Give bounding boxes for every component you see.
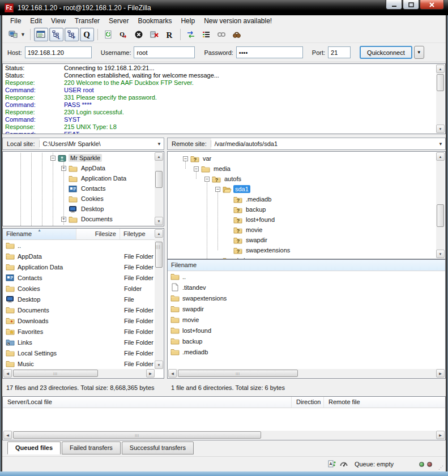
quickconnect-button[interactable]: Quickconnect <box>360 46 412 59</box>
remote-site-path-combobox[interactable]: /var/media/autofs/sda1 <box>211 138 436 149</box>
username-input[interactable] <box>134 46 195 58</box>
scroll-down-icon[interactable]: ▼ <box>155 217 163 225</box>
scroll-right-icon[interactable]: ▶ <box>436 431 445 439</box>
remote-list-hscroll-thumb[interactable]: ||| <box>178 370 298 377</box>
file-row-mediadb[interactable]: .mediadb <box>168 346 445 357</box>
tree-collapse-icon[interactable]: − <box>194 166 199 171</box>
cancel-button[interactable] <box>132 28 146 41</box>
log-scrollbar-thumb[interactable] <box>437 74 444 91</box>
reconnect-button[interactable]: R <box>163 28 177 41</box>
quickconnect-dropdown-button[interactable]: ▼ <box>414 46 424 59</box>
port-input[interactable] <box>328 46 351 58</box>
file-row-swapdir[interactable]: swapdir <box>168 303 445 314</box>
file-row-[interactable]: .. <box>168 271 445 282</box>
tree-node-sda1[interactable]: −sda1 <box>168 184 445 194</box>
tree-node-lost-found[interactable]: ?lost+found <box>168 215 445 225</box>
site-manager-button[interactable] <box>6 28 20 41</box>
scroll-up-icon[interactable]: ▲ <box>436 152 445 161</box>
tree-node-var[interactable]: −?var <box>168 153 445 164</box>
dropdown-caret-icon[interactable]: ▼ <box>20 32 25 37</box>
file-row-music[interactable]: MusicFile Folder <box>3 358 164 369</box>
tab-failed-transfers[interactable]: Failed transfers <box>62 441 121 454</box>
file-row-desktop[interactable]: DesktopFile <box>3 294 164 305</box>
scroll-left-icon[interactable]: ◀ <box>3 369 12 378</box>
scroll-right-icon[interactable]: ▶ <box>146 369 155 378</box>
tree-collapse-icon[interactable]: − <box>215 187 220 192</box>
column-header-remote-file[interactable]: Remote file <box>324 397 445 408</box>
transfer-type-icon[interactable]: A <box>327 460 336 469</box>
file-row-lost-found[interactable]: lost+found <box>168 325 445 336</box>
toggle-remote-tree-button[interactable]: F <box>65 28 79 41</box>
refresh-button[interactable] <box>101 28 116 41</box>
scroll-right-icon[interactable]: ▶ <box>436 369 445 378</box>
remote-tree-vertical-scrollbar[interactable]: ▲ ▼ <box>436 152 445 258</box>
tree-node-autofs[interactable]: −?autofs <box>168 174 445 184</box>
tab-queued-files[interactable]: Queued files <box>7 441 61 454</box>
tree-node-mr-sparkle[interactable]: −Mr Sparkle <box>3 153 164 163</box>
local-list-hscroll-thumb[interactable]: ||| <box>13 370 98 377</box>
column-header-server-local-file[interactable]: Server/Local file <box>3 397 292 408</box>
scroll-left-icon[interactable]: ◀ <box>168 369 177 378</box>
scroll-down-icon[interactable]: ▼ <box>436 250 445 258</box>
menu-item-edit[interactable]: Edit <box>25 16 46 26</box>
resize-grip[interactable]: ⋰ <box>438 464 445 471</box>
file-row-swapextensions[interactable]: swapextensions <box>168 293 445 303</box>
file-row-backup[interactable]: backup <box>168 336 445 346</box>
tree-node-movie[interactable]: ?movie <box>168 225 445 235</box>
menu-item-view[interactable]: View <box>46 16 70 26</box>
menu-item-file[interactable]: File <box>6 16 25 26</box>
tree-node-mediadb[interactable]: ?.mediadb <box>168 194 445 204</box>
file-row-favorites[interactable]: FavoritesFile Folder <box>3 326 164 337</box>
host-input[interactable] <box>25 46 92 58</box>
remote-tree-scrollbar-thumb[interactable] <box>437 204 444 227</box>
tree-node-backup[interactable]: ?backup <box>168 204 445 215</box>
tree-node-desktop[interactable]: Desktop <box>3 204 164 214</box>
tree-expand-icon[interactable]: + <box>61 166 66 171</box>
menu-new-version-notice[interactable]: New version available! <box>199 16 276 26</box>
password-input[interactable] <box>236 46 303 58</box>
scroll-up-icon[interactable]: ▲ <box>155 229 163 238</box>
tree-node-contacts[interactable]: Contacts <box>3 183 164 194</box>
directory-listing-button[interactable] <box>199 28 214 41</box>
tree-node-swapextensions[interactable]: ?swapextensions <box>168 245 445 255</box>
local-tree-scrollbar-thumb[interactable] <box>155 171 163 188</box>
file-row-documents[interactable]: DocumentsFile Folder <box>3 305 164 315</box>
file-row-titandev[interactable]: .titandev <box>168 282 445 293</box>
scroll-down-icon[interactable]: ▼ <box>155 361 163 369</box>
menu-item-help[interactable]: Help <box>176 16 199 26</box>
chevron-down-icon[interactable]: ▼ <box>436 138 445 149</box>
column-header-direction[interactable]: Direction <box>292 397 324 408</box>
file-row-cookies[interactable]: CookiesFolder <box>3 283 164 294</box>
tree-collapse-icon[interactable]: − <box>204 177 210 182</box>
queue-hscroll-thumb[interactable]: ||| <box>13 431 261 439</box>
file-row-[interactable]: .. <box>3 240 164 251</box>
toggle-message-log-button[interactable] <box>34 28 48 41</box>
menu-item-bookmarks[interactable]: Bookmarks <box>133 16 176 26</box>
tab-successful-transfers[interactable]: Successful transfers <box>122 441 194 454</box>
local-list-scrollbar-thumb[interactable]: ||| <box>155 242 163 268</box>
tree-node-documents[interactable]: +Documents <box>3 214 164 224</box>
log-vertical-scrollbar[interactable]: ▲ ▼ <box>436 65 445 133</box>
queue-horizontal-scrollbar[interactable]: ◀ ||| ▶ <box>3 431 445 439</box>
tree-node-cookies[interactable]: Cookies <box>3 194 164 204</box>
toggle-local-tree-button[interactable]: L <box>49 28 63 41</box>
file-row-links[interactable]: LinksFile Folder <box>3 337 164 348</box>
local-site-path-combobox[interactable]: C:\Users\Mr Sparkle\ <box>40 138 155 149</box>
chevron-down-icon[interactable]: ▼ <box>155 138 164 149</box>
synchronized-browsing-button[interactable] <box>215 28 229 41</box>
compare-directories-button[interactable] <box>184 28 198 41</box>
speed-limits-icon[interactable] <box>339 460 348 469</box>
tree-node-application-data[interactable]: Application Data <box>3 173 164 183</box>
column-header-filesize[interactable]: Filesize <box>76 229 120 239</box>
column-header-filename[interactable]: ▴ Filename <box>3 229 76 239</box>
tree-node-appdata[interactable]: +AppData <box>3 163 164 173</box>
tree-collapse-icon[interactable]: − <box>183 156 188 161</box>
file-row-local-settings[interactable]: Local SettingsFile Folder <box>3 348 164 358</box>
file-row-application-data[interactable]: Application DataFile Folder <box>3 261 164 272</box>
scroll-up-icon[interactable]: ▲ <box>155 152 163 161</box>
tree-node-swapdir[interactable]: ?swapdir <box>168 235 445 245</box>
tree-collapse-icon[interactable]: − <box>50 156 56 161</box>
toggle-queue-button[interactable]: Q <box>80 28 94 41</box>
maximize-button[interactable] <box>403 0 419 10</box>
file-row-contacts[interactable]: ContactsFile Folder <box>3 272 164 283</box>
